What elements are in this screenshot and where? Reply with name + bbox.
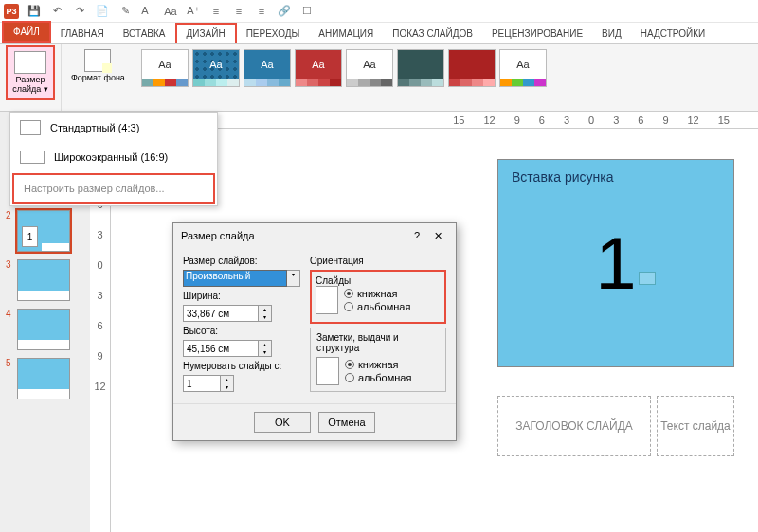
- notes-heading-box[interactable]: ЗАГОЛОВОК СЛАЙДА: [497, 396, 651, 456]
- qat-link-icon[interactable]: 🔗: [277, 4, 292, 19]
- tab-view[interactable]: ВИД: [592, 25, 631, 43]
- menu-standard[interactable]: Стандартный (4:3): [10, 113, 217, 143]
- tab-home[interactable]: ГЛАВНАЯ: [51, 25, 114, 43]
- tab-addins[interactable]: НАДСТРОЙКИ: [631, 25, 714, 43]
- notes-group-label: Заметки, выдачи и структура: [316, 332, 440, 353]
- cancel-button[interactable]: Отмена: [318, 412, 375, 433]
- slide-title-placeholder[interactable]: Вставка рисунка: [498, 160, 733, 194]
- landscape-label: альбомная: [357, 301, 410, 312]
- slide-size-menu: Стандартный (4:3) Широкоэкранный (16:9) …: [9, 112, 218, 206]
- menu-custom-label: Настроить размер слайдов...: [24, 183, 165, 194]
- ribbon-group-formatbg: Формат фона: [62, 44, 135, 111]
- qat-list3-icon[interactable]: ≡: [254, 4, 269, 19]
- qat-doc-icon[interactable]: 📄: [95, 4, 110, 19]
- page-portrait-icon-2: [316, 357, 339, 385]
- slide-size-button[interactable]: Размер слайда ▾: [6, 45, 55, 100]
- height-input[interactable]: [183, 340, 259, 357]
- tab-file[interactable]: ФАЙЛ: [2, 21, 51, 43]
- thumb-number: 5: [6, 358, 13, 368]
- orientation-label: Ориентация: [310, 256, 446, 266]
- qat-draw-icon[interactable]: ✎: [117, 4, 133, 19]
- notes-text-box[interactable]: Текст слайда: [657, 396, 734, 456]
- theme-3[interactable]: Aa: [295, 49, 342, 87]
- qat-list2-icon[interactable]: ≡: [231, 4, 246, 19]
- qat-redo-icon[interactable]: ↷: [72, 4, 87, 19]
- width-input[interactable]: [183, 305, 259, 322]
- height-label: Высота:: [183, 326, 300, 336]
- tab-insert[interactable]: ВСТАВКА: [114, 25, 175, 43]
- height-spinner[interactable]: ▴▾: [259, 340, 272, 357]
- tab-design[interactable]: ДИЗАЙН: [175, 23, 237, 43]
- tab-transitions[interactable]: ПЕРЕХОДЫ: [237, 25, 310, 43]
- page-portrait-icon: [316, 286, 338, 314]
- slide-size-dialog: Размер слайда ? ✕ Размер слайдов: Произв…: [172, 222, 457, 441]
- slide-thumb[interactable]: [17, 259, 70, 301]
- theme-1[interactable]: Aa: [192, 49, 240, 87]
- app-icon: P3: [4, 4, 19, 19]
- menu-standard-label: Стандартный (4:3): [50, 122, 139, 133]
- menu-wide[interactable]: Широкоэкранный (16:9): [10, 143, 217, 171]
- thumb-row: 3: [0, 256, 90, 305]
- width-label: Ширина:: [183, 291, 300, 301]
- format-background-button[interactable]: Формат фона: [67, 45, 129, 87]
- qat-save-icon[interactable]: 💾: [27, 4, 42, 19]
- radio-slides-landscape[interactable]: альбомная: [344, 301, 410, 312]
- theme-4[interactable]: Aa: [346, 49, 393, 87]
- menu-wide-label: Широкоэкранный (16:9): [54, 151, 168, 163]
- slides-orientation-highlight: Слайды книжная альбомная: [310, 270, 446, 324]
- theme-2[interactable]: Aa: [244, 49, 291, 87]
- theme-6[interactable]: [448, 49, 496, 87]
- ok-button[interactable]: OK: [254, 412, 311, 433]
- dialog-titlebar: Размер слайда ? ✕: [173, 223, 456, 248]
- ratio-icon: [20, 120, 41, 135]
- quick-access-toolbar: P3 💾 ↶ ↷ 📄 ✎ A⁻ Aa A⁺ ≡ ≡ ≡ 🔗 ☐: [0, 0, 758, 23]
- qat-undo-icon[interactable]: ↶: [49, 4, 64, 19]
- dialog-title: Размер слайда: [181, 230, 255, 241]
- numbering-spinner[interactable]: ▴▾: [221, 375, 234, 392]
- theme-0[interactable]: Aa: [141, 49, 189, 87]
- width-spinner[interactable]: ▴▾: [259, 305, 272, 322]
- landscape-label-2: альбомная: [358, 372, 411, 383]
- qat-font-dec-icon[interactable]: A⁻: [140, 4, 155, 19]
- theme-7[interactable]: Aa: [499, 49, 547, 87]
- slide-canvas[interactable]: Вставка рисунка 1: [497, 159, 734, 367]
- thumb-number: 2: [6, 210, 13, 221]
- size-dropdown-icon[interactable]: ▾: [287, 270, 300, 287]
- slide-size-label: Размер слайда ▾: [11, 76, 49, 95]
- format-bg-icon: [84, 49, 111, 72]
- picture-placeholder-icon[interactable]: [639, 272, 656, 285]
- numbering-input[interactable]: [183, 375, 221, 392]
- slides-orientation-group: Слайды книжная альбомная: [314, 274, 442, 316]
- slide-thumb[interactable]: [17, 358, 70, 399]
- qat-font-inc-icon[interactable]: A⁺: [186, 4, 201, 19]
- tab-review[interactable]: РЕЦЕНЗИРОВАНИЕ: [482, 25, 592, 43]
- notes-area: ЗАГОЛОВОК СЛАЙДА Текст слайда: [497, 396, 734, 456]
- notes-orientation-group: Заметки, выдачи и структура книжная альб…: [310, 328, 446, 392]
- size-select[interactable]: Произвольный: [183, 270, 287, 287]
- slide-number-text: 1: [595, 221, 636, 307]
- thumb-number: 4: [6, 309, 13, 319]
- tab-slideshow[interactable]: ПОКАЗ СЛАЙДОВ: [383, 25, 482, 43]
- qat-list1-icon[interactable]: ≡: [208, 4, 224, 19]
- slide-thumb[interactable]: 1: [17, 210, 70, 252]
- dialog-help-button[interactable]: ?: [406, 230, 427, 241]
- qat-font-case-icon[interactable]: Aa: [163, 4, 178, 19]
- radio-notes-portrait[interactable]: книжная: [345, 359, 411, 370]
- qat-box-icon[interactable]: ☐: [299, 4, 315, 19]
- portrait-label-2: книжная: [358, 359, 399, 370]
- thumb-row: 4: [0, 305, 90, 354]
- portrait-label: книжная: [357, 288, 398, 299]
- dialog-body: Размер слайдов: Произвольный▾ Ширина: ▴▾…: [173, 248, 456, 403]
- ratio-wide-icon: [20, 151, 45, 164]
- thumb-row: 5: [0, 354, 90, 403]
- dialog-close-button[interactable]: ✕: [427, 230, 448, 242]
- slides-group-label: Слайды: [316, 275, 441, 286]
- slide-thumb[interactable]: [17, 309, 70, 350]
- theme-5[interactable]: [397, 49, 444, 87]
- menu-custom-size[interactable]: Настроить размер слайдов...: [12, 173, 215, 204]
- radio-slides-portrait[interactable]: книжная: [344, 288, 410, 299]
- tab-animation[interactable]: АНИМАЦИЯ: [309, 25, 383, 43]
- thumb-row: 21: [0, 206, 90, 256]
- radio-notes-landscape[interactable]: альбомная: [345, 372, 411, 383]
- ribbon-group-slidesize: Размер слайда ▾: [0, 44, 62, 111]
